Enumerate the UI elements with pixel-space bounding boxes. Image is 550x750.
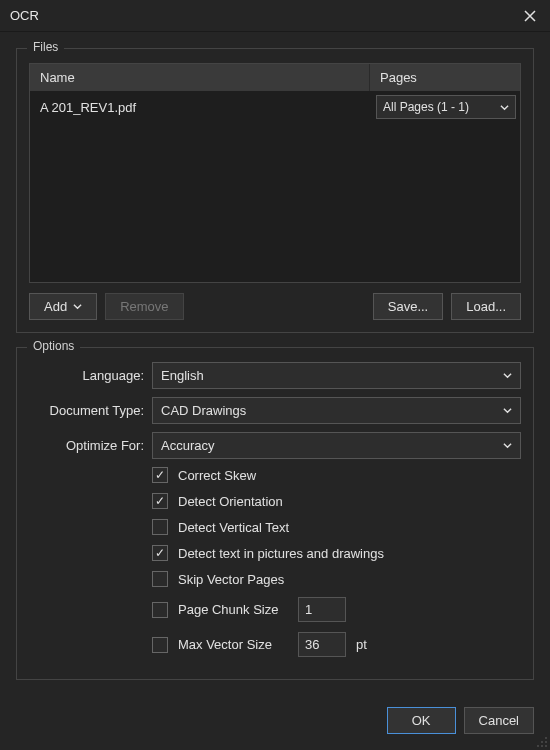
svg-point-1: [541, 741, 543, 743]
load-button[interactable]: Load...: [451, 293, 521, 320]
svg-point-3: [537, 745, 539, 747]
detect-pictures-label: Detect text in pictures and drawings: [178, 546, 384, 561]
detect-vertical-checkbox[interactable]: [152, 519, 168, 535]
dialog-title: OCR: [10, 8, 39, 23]
add-button[interactable]: Add: [29, 293, 97, 320]
max-vector-label: Max Vector Size: [178, 637, 288, 652]
add-button-label: Add: [44, 299, 67, 314]
titlebar: OCR: [0, 0, 550, 32]
language-value: English: [161, 368, 204, 383]
document-type-label: Document Type:: [29, 403, 144, 418]
max-vector-checkbox[interactable]: [152, 637, 168, 653]
remove-button[interactable]: Remove: [105, 293, 183, 320]
chevron-down-icon: [503, 441, 512, 450]
files-table: Name Pages A 201_REV1.pdf All Pages (1 -…: [29, 63, 521, 283]
max-vector-input[interactable]: [298, 632, 346, 657]
resize-grip-icon[interactable]: [536, 736, 548, 748]
chevron-down-icon: [500, 103, 509, 112]
column-header-name[interactable]: Name: [30, 64, 370, 91]
optimize-for-select[interactable]: Accuracy: [152, 432, 521, 459]
table-row[interactable]: A 201_REV1.pdf All Pages (1 - 1): [30, 91, 520, 123]
files-group-label: Files: [27, 40, 64, 54]
skip-vector-checkbox[interactable]: [152, 571, 168, 587]
language-select[interactable]: English: [152, 362, 521, 389]
dialog-footer: OK Cancel: [0, 693, 550, 750]
cancel-button-label: Cancel: [479, 713, 519, 728]
language-label: Language:: [29, 368, 144, 383]
file-name-cell: A 201_REV1.pdf: [30, 94, 370, 121]
document-type-select[interactable]: CAD Drawings: [152, 397, 521, 424]
files-group: Files Name Pages A 201_REV1.pdf All Page…: [16, 48, 534, 333]
optimize-for-value: Accuracy: [161, 438, 214, 453]
save-button-label: Save...: [388, 299, 428, 314]
options-group-label: Options: [27, 339, 80, 353]
column-header-pages[interactable]: Pages: [370, 64, 520, 91]
svg-point-5: [545, 745, 547, 747]
ok-button[interactable]: OK: [387, 707, 456, 734]
correct-skew-label: Correct Skew: [178, 468, 256, 483]
svg-point-4: [541, 745, 543, 747]
page-chunk-input[interactable]: [298, 597, 346, 622]
detect-orientation-label: Detect Orientation: [178, 494, 283, 509]
chevron-down-icon: [503, 406, 512, 415]
chevron-down-icon: [73, 302, 82, 311]
page-chunk-label: Page Chunk Size: [178, 602, 288, 617]
load-button-label: Load...: [466, 299, 506, 314]
chevron-down-icon: [503, 371, 512, 380]
detect-pictures-checkbox[interactable]: [152, 545, 168, 561]
optimize-for-label: Optimize For:: [29, 438, 144, 453]
svg-point-0: [545, 737, 547, 739]
document-type-value: CAD Drawings: [161, 403, 246, 418]
pages-select-value: All Pages (1 - 1): [383, 100, 469, 114]
ok-button-label: OK: [412, 713, 431, 728]
detect-orientation-checkbox[interactable]: [152, 493, 168, 509]
max-vector-unit: pt: [356, 637, 367, 652]
files-table-header: Name Pages: [30, 64, 520, 91]
ocr-dialog: OCR Files Name Pages A 201_REV1.pdf All …: [0, 0, 550, 750]
skip-vector-label: Skip Vector Pages: [178, 572, 284, 587]
cancel-button[interactable]: Cancel: [464, 707, 534, 734]
remove-button-label: Remove: [120, 299, 168, 314]
detect-vertical-label: Detect Vertical Text: [178, 520, 289, 535]
save-button[interactable]: Save...: [373, 293, 443, 320]
close-icon: [524, 10, 536, 22]
pages-select[interactable]: All Pages (1 - 1): [376, 95, 516, 119]
close-button[interactable]: [520, 6, 540, 26]
svg-point-2: [545, 741, 547, 743]
options-group: Options Language: English Document Type:…: [16, 347, 534, 680]
correct-skew-checkbox[interactable]: [152, 467, 168, 483]
page-chunk-checkbox[interactable]: [152, 602, 168, 618]
